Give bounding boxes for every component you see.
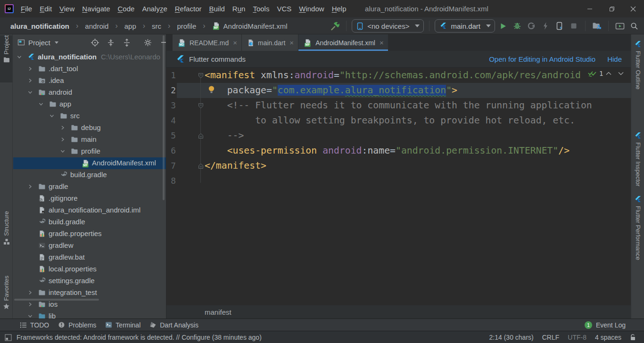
close-tab-icon[interactable]: × bbox=[380, 39, 384, 47]
settings-button[interactable] bbox=[141, 36, 154, 49]
chevron-down-icon[interactable] bbox=[49, 113, 55, 119]
tree-item-main[interactable]: main bbox=[13, 134, 166, 146]
tree-item-profile[interactable]: profile bbox=[13, 146, 166, 157]
chevron-down-icon[interactable] bbox=[27, 313, 33, 318]
hide-panel-button[interactable] bbox=[157, 36, 166, 49]
open-in-android-studio-link[interactable]: Open for Editing in Android Studio bbox=[489, 55, 595, 63]
code-editor[interactable]: 1<manifest xmlns:android="http://schemas… bbox=[166, 68, 631, 305]
breadcrumb-item[interactable]: android bbox=[85, 22, 108, 30]
menu-analyze[interactable]: Analyze bbox=[142, 5, 167, 13]
tree-horizontal-scrollbar[interactable] bbox=[14, 299, 99, 301]
tree-item-gradle[interactable]: gradle bbox=[13, 181, 166, 193]
event-log-button[interactable]: 1 Event Log bbox=[585, 321, 626, 329]
chevron-down-icon[interactable] bbox=[38, 101, 44, 107]
stripe-tab-favorites[interactable]: Favorites bbox=[0, 276, 13, 316]
menu-code[interactable]: Code bbox=[118, 5, 135, 13]
running-devices-button[interactable] bbox=[613, 19, 627, 33]
coverage-button[interactable] bbox=[524, 19, 538, 33]
tree-item-gradlew-bat[interactable]: gradlew.bat bbox=[13, 252, 166, 263]
breadcrumb-item[interactable]: profile bbox=[177, 22, 196, 30]
editor-tab-readme.md[interactable]: MDREADME.md× bbox=[173, 34, 242, 51]
tree-item-build-gradle[interactable]: build.gradle bbox=[13, 216, 166, 228]
menu-help[interactable]: Help bbox=[332, 5, 347, 13]
project-view-selector[interactable]: Project bbox=[17, 39, 58, 47]
fold-region-end-icon[interactable] bbox=[198, 133, 204, 139]
maximize-button[interactable] bbox=[601, 0, 622, 17]
close-tab-icon[interactable]: × bbox=[289, 39, 294, 47]
toolwindow-button-todo[interactable]: TODO bbox=[20, 321, 49, 329]
stripe-tab-structure[interactable]: Structure bbox=[0, 211, 13, 272]
chevron-right-icon[interactable] bbox=[27, 302, 33, 307]
tree-item--gitignore[interactable]: .gitignore bbox=[13, 193, 166, 204]
tree-item-alura-notification-android-iml[interactable]: alura_notification_android.iml bbox=[13, 204, 166, 216]
chevron-down-icon[interactable] bbox=[17, 54, 22, 60]
chevron-down-icon[interactable] bbox=[27, 90, 33, 95]
menu-refactor[interactable]: Refactor bbox=[175, 5, 202, 13]
menu-edit[interactable]: Edit bbox=[40, 5, 52, 13]
intention-bulb-icon[interactable] bbox=[208, 85, 215, 94]
stripe-tab-flutter-outline[interactable]: Flutter Outline bbox=[631, 41, 644, 116]
menu-run[interactable]: Run bbox=[232, 5, 246, 13]
intellij-logo-icon[interactable]: IJ bbox=[5, 4, 14, 13]
menu-vcs[interactable]: VCS bbox=[277, 5, 291, 13]
line-separator[interactable]: CRLF bbox=[542, 334, 560, 341]
editor-tab-main.dart[interactable]: main.dart× bbox=[242, 34, 298, 51]
tree-item--idea[interactable]: .idea bbox=[13, 75, 166, 87]
expand-all-button[interactable] bbox=[105, 36, 117, 49]
tree-item-local-properties[interactable]: local.properties bbox=[13, 263, 166, 275]
tree-item-src[interactable]: src bbox=[13, 110, 166, 122]
stripe-tab-flutter-performance[interactable]: Flutter Performance bbox=[631, 196, 644, 302]
breadcrumb-item[interactable]: AndroidManifest.xml bbox=[223, 22, 288, 30]
tree-item-gradle-properties[interactable]: gradle.properties bbox=[13, 228, 166, 240]
close-button[interactable] bbox=[622, 0, 644, 17]
run-config-selector[interactable]: main.dart bbox=[435, 19, 495, 33]
tree-item-alura-notification[interactable]: alura_notificationC:\Users\Leonardo bbox=[13, 51, 166, 63]
collapse-all-button[interactable] bbox=[121, 36, 133, 49]
toolwindow-button-problems[interactable]: Problems bbox=[58, 321, 96, 329]
tree-item-build-gradle[interactable]: build.gradle bbox=[13, 169, 166, 181]
breadcrumb-item[interactable]: alura_notification bbox=[10, 22, 69, 30]
chevron-right-icon[interactable] bbox=[27, 184, 33, 189]
menu-view[interactable]: View bbox=[59, 5, 74, 13]
tree-item-integration-test[interactable]: integration_test bbox=[13, 287, 166, 299]
menu-window[interactable]: Window bbox=[299, 5, 324, 13]
run-button[interactable] bbox=[496, 19, 510, 33]
menu-navigate[interactable]: Navigate bbox=[82, 5, 110, 13]
close-tab-icon[interactable]: × bbox=[233, 39, 237, 47]
tree-item--dart-tool[interactable]: .dart_tool bbox=[13, 63, 166, 75]
tree-item-debug[interactable]: debug bbox=[13, 122, 166, 134]
chevron-right-icon[interactable] bbox=[27, 290, 33, 295]
tree-vertical-scrollbar[interactable] bbox=[163, 35, 165, 200]
indent-size[interactable]: 4 spaces bbox=[595, 334, 621, 341]
fold-region-end-icon[interactable] bbox=[198, 163, 204, 169]
chevron-down-icon[interactable] bbox=[60, 148, 66, 154]
tree-item-lib[interactable]: lib bbox=[13, 310, 166, 318]
breadcrumb-manifest[interactable]: manifest bbox=[205, 308, 231, 316]
stripe-tab-project[interactable]: Project bbox=[0, 35, 13, 82]
toolwindow-button-dart-analysis[interactable]: Dart Analysis bbox=[149, 321, 198, 329]
hide-link[interactable]: Hide bbox=[607, 55, 622, 63]
tree-item-android[interactable]: android bbox=[13, 87, 166, 98]
project-structure-button[interactable] bbox=[590, 19, 604, 33]
tree-item-gradlew[interactable]: gradlew bbox=[13, 240, 166, 252]
fold-region-start-icon[interactable] bbox=[198, 103, 204, 109]
chevron-right-icon[interactable] bbox=[27, 78, 33, 83]
menu-build[interactable]: Build bbox=[209, 5, 224, 13]
breadcrumb-item[interactable]: src bbox=[152, 22, 161, 30]
chevron-right-icon[interactable] bbox=[60, 125, 66, 131]
device-selector[interactable]: <no devices> bbox=[352, 19, 424, 33]
toolwindow-button-terminal[interactable]: Terminal bbox=[105, 321, 140, 329]
stop-button[interactable] bbox=[567, 19, 581, 33]
hot-reload-button[interactable] bbox=[538, 19, 553, 33]
tree-item-app[interactable]: app bbox=[13, 98, 166, 110]
toolwindow-toggle-icon[interactable] bbox=[5, 334, 12, 341]
minimize-button[interactable] bbox=[579, 0, 601, 17]
caret-position[interactable]: 2:14 (30 chars) bbox=[489, 334, 534, 341]
menu-file[interactable]: File bbox=[21, 5, 32, 13]
menu-tools[interactable]: Tools bbox=[253, 5, 269, 13]
status-message[interactable]: Frameworks detected: Android framework i… bbox=[17, 334, 262, 341]
search-everywhere-button[interactable] bbox=[627, 19, 641, 33]
fold-region-start-icon[interactable] bbox=[198, 73, 204, 79]
inspections-widget[interactable]: 1 bbox=[587, 70, 624, 77]
tree-item-settings-gradle[interactable]: settings.gradle bbox=[13, 275, 166, 287]
